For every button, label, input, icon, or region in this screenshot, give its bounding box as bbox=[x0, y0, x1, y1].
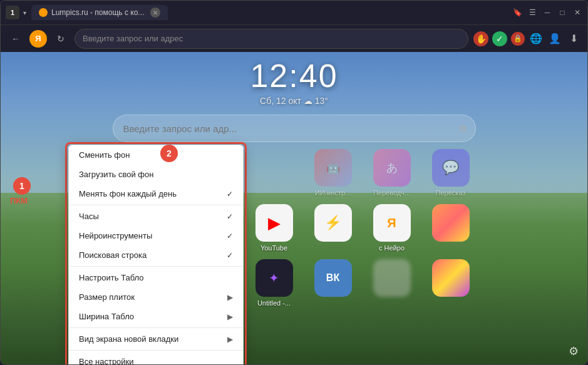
table-width-label: Ширина Табло bbox=[79, 312, 134, 321]
download-icon[interactable]: ⬇ bbox=[566, 31, 581, 46]
neuro-label: Нейроинструменты bbox=[79, 231, 152, 240]
tab-chevron-icon[interactable]: ▾ bbox=[22, 9, 28, 16]
menu-item-all-settings[interactable]: Все настройки bbox=[69, 352, 243, 364]
maximize-button[interactable]: □ bbox=[557, 8, 567, 18]
refresh-button[interactable]: ↻ bbox=[52, 30, 70, 48]
clock-label: Часы bbox=[79, 212, 99, 221]
quick-tile-ai[interactable]: 🤖 ИИ-инстр... bbox=[308, 149, 358, 197]
menu-item-tile-size[interactable]: Размер плиток ▶ bbox=[69, 287, 243, 307]
translate-btn-label: Переводч... bbox=[367, 189, 417, 197]
pkm-label: ПКМ bbox=[10, 196, 28, 205]
ai-tile-label: ИИ-инстр... bbox=[308, 189, 358, 197]
separator-1 bbox=[69, 205, 243, 205]
quick-tile-vk[interactable]: ВК bbox=[308, 259, 358, 307]
gradient1-tile-icon bbox=[432, 204, 470, 242]
tab-group: 1 ▾ bbox=[6, 6, 28, 19]
tab-title: Lumpics.ru - помощь с ко... bbox=[51, 8, 144, 17]
separator-2 bbox=[69, 266, 243, 267]
step-2-label: 2 bbox=[167, 148, 172, 158]
menu-icon[interactable]: ☰ bbox=[527, 8, 537, 18]
nav-icons: ✋ ✓ 🔒 🌐 👤 ⬇ bbox=[473, 31, 581, 46]
clock-area: 12:40 Сб, 12 окт ☁ 13° bbox=[1, 57, 587, 106]
search-check-icon: ✓ bbox=[227, 251, 233, 260]
customize-label: Настроить Табло bbox=[79, 273, 144, 282]
menu-item-clock[interactable]: Часы ✓ bbox=[69, 207, 243, 226]
tile-size-label: Размер плиток bbox=[79, 292, 135, 302]
quick-tile-figma[interactable]: ✦ Untitled -... bbox=[249, 259, 299, 307]
menu-item-search[interactable]: Поисковая строка ✓ bbox=[69, 245, 243, 265]
step-badge-2: 2 bbox=[160, 145, 178, 162]
table-width-arrow-icon: ▶ bbox=[227, 312, 233, 321]
quick-tile-neiro[interactable]: Я с Нейро bbox=[367, 204, 417, 252]
stop-icon[interactable]: ✋ bbox=[473, 31, 488, 46]
search-label: Поисковая строка bbox=[79, 250, 147, 260]
change-bg-label: Сменить фон bbox=[79, 150, 130, 160]
context-menu: Сменить фон Загрузить свой фон Менять фо… bbox=[68, 145, 244, 364]
browser-frame: 1 ▾ Lumpics.ru - помощь с ко... ✕ 🔖 ☰ ─ … bbox=[0, 0, 588, 365]
translate-btn-icon: あ bbox=[373, 149, 411, 187]
url-text: Введите запрос или адрес bbox=[83, 34, 183, 43]
profile-icon[interactable]: 👤 bbox=[547, 31, 562, 46]
upload-bg-label: Загрузить свой фон bbox=[79, 170, 153, 179]
quick-tile-yandex-music[interactable]: ⚡ bbox=[308, 204, 358, 252]
quick-tile-youtube[interactable]: ▶ YouTube bbox=[249, 204, 299, 252]
menu-item-new-tab-view[interactable]: Вид экрана новой вкладки ▶ bbox=[69, 329, 243, 349]
tab-favicon bbox=[39, 8, 48, 17]
url-bar[interactable]: Введите запрос или адрес bbox=[75, 29, 468, 49]
menu-item-change-bg[interactable]: Сменить фон bbox=[69, 145, 243, 165]
minimize-button[interactable]: ─ bbox=[542, 8, 552, 18]
new-tab-view-label: Вид экрана новой вкладки bbox=[79, 334, 178, 344]
new-tab-view-arrow-icon: ▶ bbox=[227, 335, 233, 344]
yandex-button[interactable]: Я bbox=[29, 30, 47, 48]
page-search-bar[interactable]: ⚙ bbox=[113, 115, 476, 142]
tab-close-button[interactable]: ✕ bbox=[150, 8, 160, 18]
figma-tile-icon: ✦ bbox=[255, 259, 293, 297]
daily-bg-label: Менять фон каждый день bbox=[79, 189, 177, 198]
retell-tile-icon: 💬 bbox=[432, 149, 470, 187]
bookmark-icon[interactable]: 🔖 bbox=[512, 8, 522, 18]
menu-item-table-width[interactable]: Ширина Табло ▶ bbox=[69, 307, 243, 326]
title-bar: 1 ▾ Lumpics.ru - помощь с ко... ✕ 🔖 ☰ ─ … bbox=[1, 1, 587, 24]
step-1-label: 1 bbox=[19, 181, 24, 191]
back-button[interactable]: ← bbox=[7, 30, 24, 48]
window-controls: 🔖 ☰ ─ □ ✕ bbox=[512, 8, 582, 18]
page-content: 12:40 Сб, 12 окт ☁ 13° ⚙ 🤖 ИИ-инстр... あ… bbox=[1, 52, 587, 364]
clock-date: Сб, 12 окт ☁ 13° bbox=[1, 96, 587, 106]
menu-item-upload-bg[interactable]: Загрузить свой фон bbox=[69, 165, 243, 184]
youtube-tile-label: YouTube bbox=[249, 244, 299, 252]
neiro-tile-icon: Я bbox=[373, 204, 411, 242]
clock-time: 12:40 bbox=[1, 57, 587, 95]
tab-number[interactable]: 1 bbox=[6, 6, 19, 19]
figma-tile-label: Untitled -... bbox=[249, 299, 299, 307]
menu-item-customize[interactable]: Настроить Табло bbox=[69, 268, 243, 287]
yandex-music-tile-icon: ⚡ bbox=[314, 204, 352, 242]
youtube-tile-icon: ▶ bbox=[255, 204, 293, 242]
active-tab[interactable]: Lumpics.ru - помощь с ко... ✕ bbox=[31, 5, 168, 20]
vk-tile-icon: ВК bbox=[314, 259, 352, 297]
settings-icon[interactable]: ⚙ bbox=[569, 344, 579, 358]
quick-tile-gradient1[interactable] bbox=[426, 204, 476, 252]
close-button[interactable]: ✕ bbox=[572, 8, 582, 18]
gradient2-tile-icon bbox=[432, 259, 470, 297]
separator-3 bbox=[69, 327, 243, 328]
separator-4 bbox=[69, 350, 243, 351]
tile-size-arrow-icon: ▶ bbox=[227, 293, 233, 302]
nav-bar: ← Я ↻ Введите запрос или адрес ✋ ✓ 🔒 🌐 👤… bbox=[1, 24, 587, 52]
page-search-input[interactable] bbox=[113, 115, 476, 142]
ai-tile-icon: 🤖 bbox=[314, 149, 352, 187]
quick-tile-gradient2[interactable] bbox=[426, 259, 476, 307]
menu-item-daily-bg[interactable]: Менять фон каждый день ✓ bbox=[69, 184, 243, 203]
neiro-tile-label: с Нейро bbox=[367, 244, 417, 252]
daily-bg-check-icon: ✓ bbox=[227, 190, 233, 198]
neuro-check-icon: ✓ bbox=[227, 232, 233, 240]
quick-tile-translate-btn[interactable]: あ Переводч... bbox=[367, 149, 417, 197]
shield-icon[interactable]: ✓ bbox=[492, 31, 507, 46]
globe-icon[interactable]: 🌐 bbox=[529, 31, 544, 46]
quick-tile-blurred[interactable] bbox=[367, 259, 417, 307]
menu-item-neuro[interactable]: Нейроинструменты ✓ bbox=[69, 226, 243, 245]
page-search-settings-icon[interactable]: ⚙ bbox=[458, 123, 467, 135]
step-badge-1: 1 bbox=[13, 177, 31, 195]
lock-icon[interactable]: 🔒 bbox=[511, 32, 525, 46]
quick-tile-retell[interactable]: 💬 Пересказ bbox=[426, 149, 476, 197]
blurred-tile-icon bbox=[373, 259, 411, 297]
